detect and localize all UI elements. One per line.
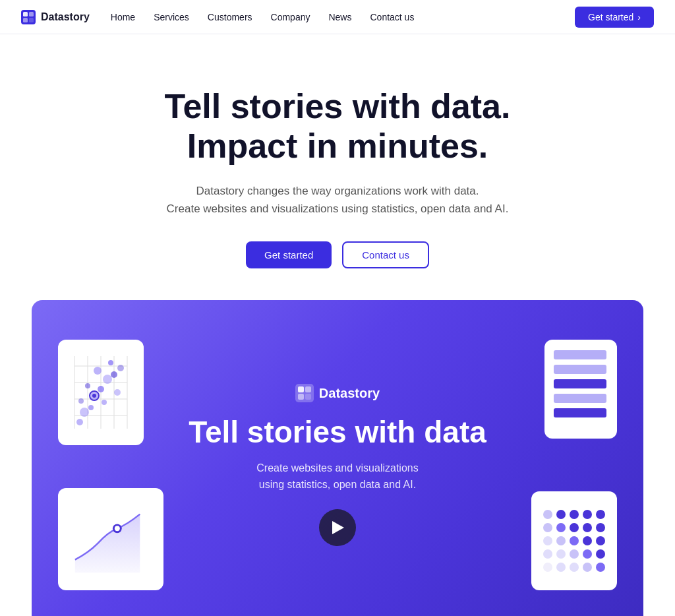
svg-rect-33	[298, 386, 304, 392]
hero-subtitle: Datastory changes the way organizations …	[21, 182, 654, 218]
navbar: Datastory Home Services Customers Compan…	[0, 0, 675, 34]
svg-point-19	[98, 386, 104, 392]
video-subtitle-line1: Create websites and visualizations	[256, 462, 418, 474]
svg-rect-36	[305, 394, 311, 400]
svg-point-25	[94, 367, 102, 375]
svg-rect-4	[29, 18, 34, 22]
svg-rect-34	[305, 386, 311, 392]
get-started-nav-label: Get started	[588, 12, 633, 22]
navbar-left: Datastory Home Services Customers Compan…	[21, 10, 414, 24]
nav-item-company[interactable]: Company	[271, 11, 310, 23]
video-logo-icon	[295, 384, 314, 402]
svg-rect-2	[29, 12, 34, 16]
svg-point-16	[88, 405, 94, 410]
svg-point-23	[114, 389, 121, 396]
video-section[interactable]: Datastory Tell stories with data Create …	[32, 300, 643, 616]
dot-matrix	[541, 507, 608, 574]
line-chart-svg	[69, 501, 153, 580]
hero-section: Tell stories with data. Impact in minute…	[0, 34, 675, 300]
play-button[interactable]	[319, 509, 356, 546]
nav-link-news[interactable]: News	[328, 12, 351, 22]
video-subtitle-line2: using statistics, open data and AI.	[259, 479, 416, 490]
svg-point-20	[103, 375, 112, 384]
nav-item-home[interactable]: Home	[111, 11, 135, 23]
scatter-plot-svg	[68, 350, 134, 435]
nav-item-customers[interactable]: Customers	[208, 11, 252, 23]
svg-rect-1	[23, 12, 28, 16]
hero-get-started-button[interactable]: Get started	[246, 241, 332, 268]
video-logo-text: Datastory	[319, 386, 380, 401]
nav-link-home[interactable]: Home	[111, 12, 135, 22]
video-center-content: Datastory Tell stories with data Create …	[189, 384, 486, 546]
nav-link-customers[interactable]: Customers	[208, 12, 252, 22]
svg-rect-35	[298, 394, 304, 400]
logo-text: Datastory	[41, 11, 90, 23]
hero-subtitle-line1: Datastory changes the way organizations …	[196, 185, 479, 197]
svg-point-24	[85, 383, 90, 388]
svg-point-29	[92, 394, 96, 398]
svg-point-18	[78, 398, 84, 404]
hero-title-line2: Impact in minutes.	[187, 127, 488, 165]
svg-point-14	[76, 419, 83, 425]
nav-link-services[interactable]: Services	[154, 12, 189, 22]
logo[interactable]: Datastory	[21, 10, 90, 24]
hero-title-line1: Tell stories with data.	[165, 87, 511, 125]
svg-point-26	[108, 360, 113, 365]
deco-card-scatter	[58, 340, 144, 445]
svg-point-21	[111, 371, 117, 378]
hero-title: Tell stories with data. Impact in minute…	[21, 87, 654, 166]
video-subtitle: Create websites and visualizations using…	[219, 460, 456, 493]
video-title: Tell stories with data	[189, 416, 486, 449]
svg-point-15	[80, 408, 89, 417]
svg-rect-0	[21, 10, 36, 24]
svg-rect-32	[295, 384, 314, 402]
get-started-nav-arrow: ›	[637, 12, 641, 22]
bar-chart	[554, 350, 606, 417]
hero-subtitle-line2: Create websites and visualizations using…	[167, 202, 509, 215]
svg-point-31	[115, 526, 120, 531]
nav-link-contact[interactable]: Contact us	[370, 12, 414, 22]
svg-rect-3	[23, 18, 28, 22]
svg-point-22	[102, 400, 107, 405]
nav-item-contact[interactable]: Contact us	[370, 11, 414, 23]
get-started-nav-button[interactable]: Get started ›	[575, 7, 654, 28]
svg-point-27	[117, 365, 124, 371]
deco-card-bars	[544, 340, 617, 439]
nav-links: Home Services Customers Company News Con…	[111, 11, 415, 23]
deco-card-dots	[531, 491, 617, 590]
nav-link-company[interactable]: Company	[271, 12, 310, 22]
nav-item-services[interactable]: Services	[154, 11, 189, 23]
logo-icon	[21, 10, 36, 24]
hero-buttons: Get started Contact us	[21, 241, 654, 268]
video-logo: Datastory	[189, 384, 486, 402]
nav-item-news[interactable]: News	[328, 11, 351, 23]
hero-contact-button[interactable]: Contact us	[342, 241, 429, 268]
deco-card-line	[58, 488, 163, 590]
